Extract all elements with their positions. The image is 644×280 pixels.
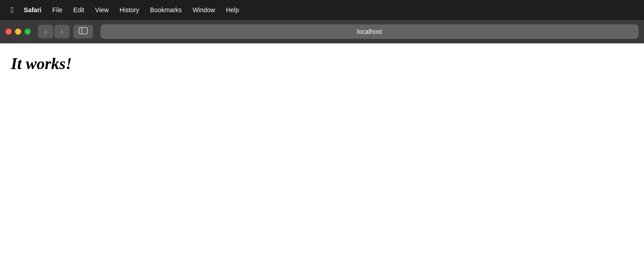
menu-window[interactable]: Window (188, 5, 220, 15)
menu-safari[interactable]: Safari (19, 5, 46, 15)
toolbar: ‹ › localhost (0, 20, 644, 43)
menu-history[interactable]: History (115, 5, 144, 15)
minimize-button[interactable] (15, 28, 21, 35)
traffic-lights (5, 28, 31, 35)
svg-rect-0 (79, 28, 87, 34)
menu-bookmarks[interactable]: Bookmarks (146, 5, 186, 15)
menu-edit[interactable]: Edit (69, 5, 89, 15)
back-icon: ‹ (45, 28, 47, 35)
web-content: It works! (0, 43, 644, 280)
forward-icon: › (61, 28, 63, 35)
sidebar-icon (79, 27, 88, 36)
menubar:  Safari File Edit View History Bookmark… (0, 0, 644, 20)
close-button[interactable] (5, 28, 12, 35)
menu-file[interactable]: File (48, 5, 67, 15)
nav-group: ‹ › (38, 25, 70, 38)
page-heading: It works! (11, 54, 633, 73)
back-button[interactable]: ‹ (38, 25, 53, 38)
address-text: localhost (357, 28, 382, 35)
menu-view[interactable]: View (90, 5, 113, 15)
apple-menu[interactable]:  (7, 5, 18, 16)
menu-help[interactable]: Help (222, 5, 244, 15)
address-bar[interactable]: localhost (100, 24, 639, 39)
maximize-button[interactable] (24, 28, 31, 35)
forward-button[interactable]: › (54, 25, 70, 38)
sidebar-toggle-button[interactable] (73, 25, 93, 38)
